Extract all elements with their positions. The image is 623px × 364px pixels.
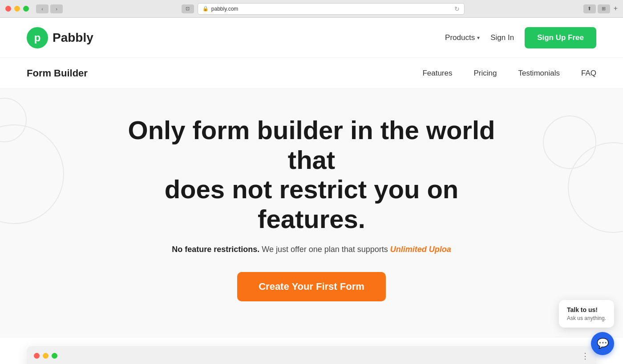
- hero-subtitle-static: No feature restrictions.: [172, 245, 259, 254]
- logo-icon: p: [27, 27, 48, 48]
- lock-icon: 🔒: [202, 6, 209, 12]
- testimonials-link[interactable]: Testimonials: [518, 69, 560, 78]
- titlebar-right: ⬆ ⊞ +: [583, 4, 618, 13]
- logo-letter: p: [34, 32, 41, 44]
- top-nav: p Pabbly Products ▾ Sign In Sign Up Free: [0, 18, 623, 58]
- hero-title-line2: does not restrict you on features.: [165, 175, 459, 233]
- pricing-link[interactable]: Pricing: [473, 69, 497, 78]
- window-close-dot: [34, 353, 40, 359]
- close-button[interactable]: [5, 6, 11, 12]
- window-titlebar: ⋮: [27, 346, 596, 364]
- titlebar-center: ⊡ 🔒 pabbly.com ↻: [66, 3, 580, 15]
- logo-text: Pabbly: [53, 31, 93, 45]
- hero-title-line1: Only form builder in the world that: [128, 116, 495, 174]
- hero-subtitle-main: We just offer one plan that supports: [262, 245, 390, 254]
- chevron-down-icon: ▾: [477, 35, 480, 41]
- decorative-circle-right: [543, 116, 596, 169]
- window-maximize-dot: [52, 353, 57, 359]
- chat-bubble-subtitle: Ask us anything.: [567, 315, 606, 321]
- browser-nav: ‹ ›: [36, 4, 63, 13]
- reader-mode-btn[interactable]: ⊡: [182, 4, 194, 13]
- features-link[interactable]: Features: [422, 69, 452, 78]
- chat-open-button[interactable]: 💬: [591, 332, 614, 355]
- sub-nav: Form Builder Features Pricing Testimonia…: [0, 58, 623, 89]
- fullscreen-button[interactable]: ⊞: [598, 4, 610, 13]
- dashboard-preview: ⋮ ⊞ ☰ p Pabbly Form Builder: [0, 337, 623, 364]
- window-minimize-dot: [43, 353, 49, 359]
- chat-icon: 💬: [597, 338, 609, 349]
- sign-up-button[interactable]: Sign Up Free: [525, 27, 596, 48]
- maximize-button[interactable]: [23, 6, 29, 12]
- sub-nav-links: Features Pricing Testimonials FAQ: [422, 69, 596, 78]
- hero-subtitle-highlight: Unlimited Uploa: [390, 245, 451, 254]
- top-nav-right: Products ▾ Sign In Sign Up Free: [445, 27, 596, 48]
- decorative-circle-left: [0, 98, 27, 142]
- faq-link[interactable]: FAQ: [581, 69, 596, 78]
- create-form-button[interactable]: Create Your First Form: [237, 272, 386, 301]
- window-dots: [34, 353, 57, 359]
- products-label: Products: [445, 33, 475, 42]
- products-menu[interactable]: Products ▾: [445, 33, 480, 42]
- minimize-button[interactable]: [14, 6, 20, 12]
- window-controls: [5, 6, 29, 12]
- back-button[interactable]: ‹: [36, 4, 49, 13]
- sub-nav-brand: Form Builder: [27, 68, 88, 79]
- hero-title: Only form builder in the world that does…: [111, 116, 512, 234]
- dashboard-window: ⋮ ⊞ ☰ p Pabbly Form Builder: [27, 346, 596, 364]
- share-button[interactable]: ⬆: [583, 4, 596, 13]
- hero-section: Only form builder in the world that does…: [0, 89, 623, 337]
- new-tab-button[interactable]: +: [614, 4, 618, 13]
- url-bar[interactable]: 🔒 pabbly.com ↻: [198, 3, 465, 15]
- url-text: pabbly.com: [211, 6, 238, 12]
- chat-bubble: Talk to us! Ask us anything.: [559, 300, 614, 328]
- titlebar: ‹ › ⊡ 🔒 pabbly.com ↻ ⬆ ⊞ +: [0, 0, 623, 18]
- sign-in-button[interactable]: Sign In: [490, 33, 514, 42]
- logo[interactable]: p Pabbly: [27, 27, 93, 48]
- refresh-icon[interactable]: ↻: [454, 5, 460, 12]
- chat-bubble-title: Talk to us!: [567, 306, 606, 313]
- forward-button[interactable]: ›: [50, 4, 63, 13]
- hero-subtitle: No feature restrictions. We just offer o…: [172, 245, 451, 254]
- chat-widget: Talk to us! Ask us anything. 💬: [559, 300, 614, 355]
